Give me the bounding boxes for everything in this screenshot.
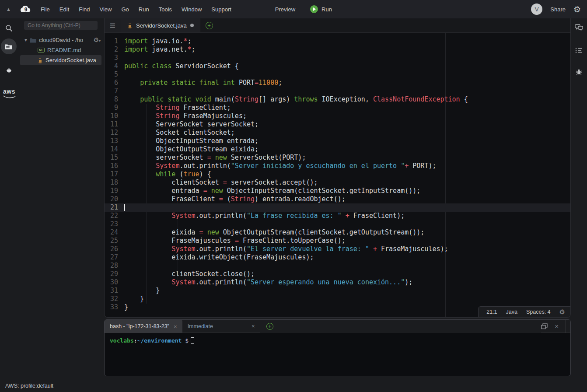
code-line[interactable]: 11 ServerSocket serverSocket;	[105, 120, 570, 129]
close-panel-icon[interactable]: ×	[555, 322, 559, 330]
tree-settings-gear-icon[interactable]: ⚙▾	[93, 36, 101, 43]
new-terminal-plus-icon[interactable]: +	[266, 323, 273, 330]
code-line[interactable]: 29 clientSocket.close();	[105, 270, 570, 278]
preferences-gear-icon[interactable]: ⚙	[573, 5, 581, 14]
code-line[interactable]: 1import java.io.*;	[105, 37, 570, 46]
line-number[interactable]: 33	[105, 303, 124, 312]
line-number[interactable]: 25	[105, 237, 124, 245]
restore-panes-icon[interactable]	[541, 323, 548, 329]
line-number[interactable]: 22	[105, 212, 124, 220]
line-number[interactable]: 31	[105, 287, 124, 295]
menu-run[interactable]: Run	[137, 4, 151, 14]
code-line[interactable]: 22 System.out.println("La frase recibida…	[105, 212, 570, 220]
code-line[interactable]: 7	[105, 87, 570, 95]
code-line[interactable]: 14 ObjectOutputStream eixida;	[105, 145, 570, 154]
line-number[interactable]: 2	[105, 46, 124, 54]
editor-settings-gear-icon[interactable]: ⚙	[559, 308, 565, 315]
code-line[interactable]: 18 clientSocket = serverSocket.accept();	[105, 178, 570, 187]
line-number[interactable]: 13	[105, 137, 124, 145]
code-line[interactable]: 20 FraseClient = (String) entrada.readOb…	[105, 195, 570, 203]
code-line[interactable]: 21	[105, 203, 570, 212]
new-tab-plus-icon[interactable]: +	[206, 22, 213, 29]
share-button[interactable]: Share	[550, 6, 566, 13]
cloud9-logo-icon[interactable]: 9	[20, 5, 31, 13]
code-line[interactable]: 26 System.out.println("El server devuelv…	[105, 245, 570, 253]
line-number[interactable]: 1	[105, 37, 124, 46]
line-number[interactable]: 18	[105, 178, 124, 187]
code-line[interactable]: 17 while (true) {	[105, 170, 570, 178]
terminal-tab[interactable]: bash - "ip-172-31-83-23"×	[105, 320, 182, 333]
code-line[interactable]: 19 entrada = new ObjectInputStream(clien…	[105, 187, 570, 195]
preview-button[interactable]: Preview	[273, 4, 297, 14]
code-line[interactable]: 2import java.net.*;	[105, 46, 570, 54]
line-number[interactable]: 5	[105, 70, 124, 79]
debugger-bug-icon[interactable]	[571, 66, 587, 79]
line-number[interactable]: 4	[105, 62, 124, 70]
code-line[interactable]: 6 private static final int PORT=11000;	[105, 79, 570, 87]
line-number[interactable]: 29	[105, 270, 124, 278]
code-line[interactable]: 28	[105, 262, 570, 270]
line-number[interactable]: 21	[105, 203, 124, 212]
collaborate-chat-icon[interactable]	[571, 21, 587, 34]
line-number[interactable]: 7	[105, 87, 124, 95]
tree-item-readme[interactable]: M↓ README.md	[17, 45, 104, 55]
line-number[interactable]: 17	[105, 170, 124, 178]
terminal-tab[interactable]: Immediate×	[182, 320, 260, 333]
line-number[interactable]: 11	[105, 120, 124, 129]
line-number[interactable]: 16	[105, 162, 124, 170]
code-line[interactable]: 25 FraseMajuscules = FraseClient.toUpper…	[105, 237, 570, 245]
indent-setting[interactable]: Spaces: 4	[526, 309, 551, 315]
run-button[interactable]: Run	[310, 5, 332, 13]
code-line[interactable]: 24 eixida = new ObjectOutputStream(clien…	[105, 228, 570, 237]
line-number[interactable]: 12	[105, 129, 124, 137]
line-number[interactable]: 27	[105, 253, 124, 262]
code-line[interactable]: 16 System.out.println("Server iniciado y…	[105, 162, 570, 170]
line-number[interactable]: 3	[105, 54, 124, 62]
line-number[interactable]: 14	[105, 145, 124, 154]
line-number[interactable]: 10	[105, 112, 124, 120]
menu-edit[interactable]: Edit	[58, 4, 71, 14]
menu-file[interactable]: File	[39, 4, 52, 14]
collapse-menubar-icon[interactable]: ▲	[6, 7, 11, 12]
cursor-position[interactable]: 21:1	[486, 309, 497, 315]
line-number[interactable]: 6	[105, 79, 124, 87]
code-line[interactable]: 12 Socket clientSocket;	[105, 129, 570, 137]
menu-view[interactable]: View	[98, 4, 114, 14]
menu-window[interactable]: Window	[180, 4, 203, 14]
terminal-tab-close-icon[interactable]: ×	[252, 323, 255, 329]
line-number[interactable]: 32	[105, 295, 124, 303]
search-icon[interactable]	[0, 20, 17, 36]
line-number[interactable]: 26	[105, 245, 124, 253]
line-number[interactable]: 28	[105, 262, 124, 270]
code-line[interactable]: 30 System.out.println("Server esperando …	[105, 278, 570, 287]
code-line[interactable]: 4public class ServidorSocket {	[105, 62, 570, 70]
tree-root-folder[interactable]: ▼ cloud9David - /ho ⚙▾	[17, 35, 104, 45]
line-number[interactable]: 15	[105, 154, 124, 162]
outline-list-icon[interactable]	[571, 44, 587, 57]
line-number[interactable]: 24	[105, 228, 124, 237]
tree-item-servidorsocket-selected[interactable]: ServidorSocket.java	[20, 55, 101, 65]
line-number[interactable]: 19	[105, 187, 124, 195]
code-line[interactable]: 9 String FraseClient;	[105, 104, 570, 112]
terminal-tab-close-icon[interactable]: ×	[174, 323, 177, 330]
code-line[interactable]: 10 String FraseMajuscules;	[105, 112, 570, 120]
goto-anything-input[interactable]	[24, 21, 98, 30]
menu-go[interactable]: Go	[120, 4, 131, 14]
menu-find[interactable]: Find	[77, 4, 91, 14]
code-line[interactable]: 5	[105, 70, 570, 79]
code-line[interactable]: 8 public static void main(String[] args)…	[105, 95, 570, 104]
avatar[interactable]: V	[531, 4, 542, 15]
chevron-down-icon[interactable]: ▼	[24, 38, 28, 42]
line-number[interactable]: 20	[105, 195, 124, 203]
code-line[interactable]: 27 eixida.writeObject(FraseMajuscules);	[105, 253, 570, 262]
code-line[interactable]: 32 }	[105, 295, 570, 303]
menu-tools[interactable]: Tools	[157, 4, 174, 14]
menu-support[interactable]: Support	[210, 4, 233, 14]
environment-files-button[interactable]	[1, 38, 17, 54]
terminal-output[interactable]: voclabs:~/environment $	[105, 333, 570, 376]
tab-list-menu-icon[interactable]: ☰	[105, 18, 121, 32]
code-line[interactable]: 3	[105, 54, 570, 62]
line-number[interactable]: 9	[105, 104, 124, 112]
syntax-mode[interactable]: Java	[506, 309, 517, 315]
source-control-git-icon[interactable]	[0, 63, 17, 78]
